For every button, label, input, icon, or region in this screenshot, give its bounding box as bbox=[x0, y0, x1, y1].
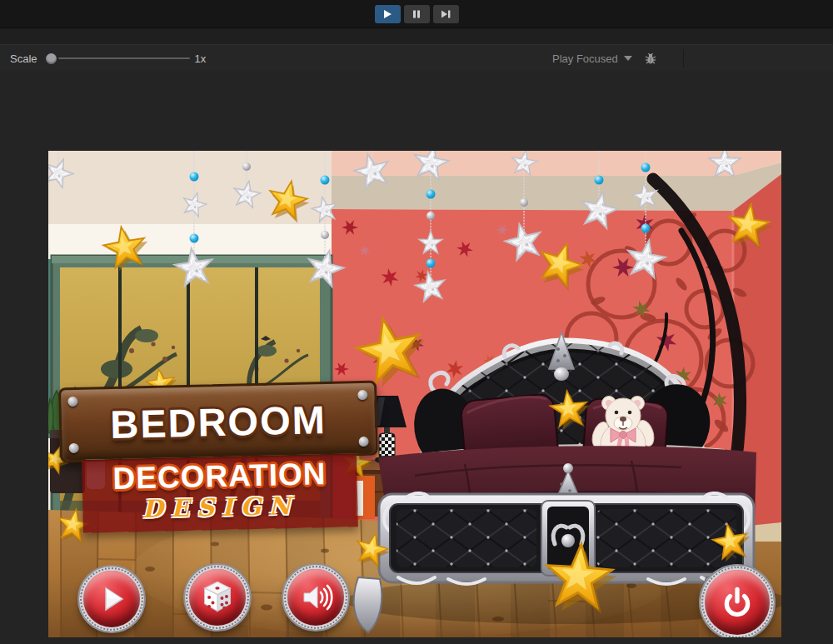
pause-button-editor[interactable] bbox=[404, 5, 430, 23]
play-icon bbox=[95, 582, 128, 616]
power-icon bbox=[718, 583, 756, 622]
dice-button[interactable] bbox=[185, 565, 250, 630]
step-button-editor[interactable] bbox=[433, 5, 459, 23]
bug-icon[interactable] bbox=[643, 51, 658, 66]
window-strip bbox=[0, 27, 833, 44]
power-button[interactable] bbox=[701, 566, 774, 637]
rivet-icon bbox=[358, 437, 368, 447]
scale-slider-track[interactable] bbox=[58, 57, 190, 59]
sound-button[interactable] bbox=[283, 565, 348, 630]
speaker-icon bbox=[298, 580, 333, 615]
game-stage: BEDROOM DECORATION DESIGN bbox=[48, 151, 781, 637]
play-focused-dropdown[interactable]: Play Focused bbox=[552, 52, 618, 65]
step-icon bbox=[440, 9, 451, 19]
title-banner: DECORATION DESIGN bbox=[82, 454, 358, 532]
title-board: BEDROOM bbox=[58, 381, 378, 463]
rivet-icon bbox=[357, 390, 367, 400]
title-sign: BEDROOM DECORATION DESIGN bbox=[58, 381, 380, 533]
game-view-toolbar: Scale 1x Play Focused bbox=[0, 44, 833, 72]
rivet-icon bbox=[67, 397, 77, 407]
chevron-down-icon[interactable] bbox=[624, 56, 632, 61]
game-view-panel: BEDROOM DECORATION DESIGN bbox=[0, 71, 833, 644]
scale-slider-knob[interactable] bbox=[46, 53, 57, 64]
unity-editor-window: Scale 1x Play Focused bbox=[0, 0, 833, 644]
play-icon bbox=[382, 9, 392, 19]
rivet-icon bbox=[69, 443, 79, 453]
scale-value: 1x bbox=[195, 52, 207, 65]
pause-icon bbox=[412, 9, 421, 19]
play-button[interactable] bbox=[79, 567, 144, 632]
game-title-line1: BEDROOM bbox=[110, 397, 327, 447]
dice-icon bbox=[199, 579, 236, 616]
play-button-editor[interactable] bbox=[375, 5, 401, 23]
toolbar-separator bbox=[683, 49, 684, 67]
unity-playbar bbox=[0, 0, 833, 27]
scale-label: Scale bbox=[10, 52, 37, 65]
game-title-line2: DECORATION bbox=[82, 457, 357, 496]
